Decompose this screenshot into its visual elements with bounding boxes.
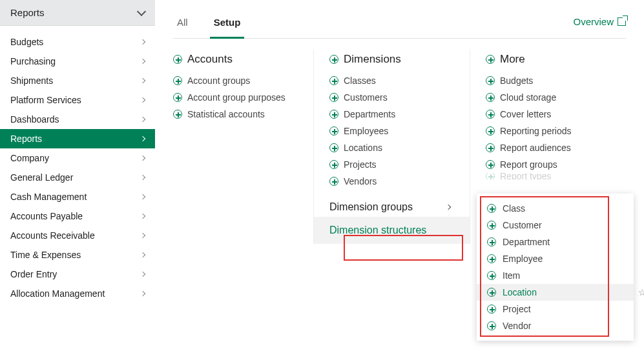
link-item[interactable]: Classes [329,72,457,89]
link-item[interactable]: Customers [329,89,457,106]
col-accounts-title: Accounts [187,53,233,66]
plus-circle-icon [486,93,495,102]
sidebar-item-label: Reports [10,134,42,144]
chevron-right-icon [140,272,145,277]
overview-label: Overview [573,16,614,27]
sidebar-item-label: Purchasing [10,56,56,66]
link-item[interactable]: Budgets [486,72,613,89]
flyout-item[interactable]: Project [477,301,634,317]
sidebar-item-label: Shipments [10,75,53,86]
sidebar-header-label: Reports [10,7,45,18]
link-item-label: Reporting periods [500,126,572,136]
col-dimensions: Dimensions ClassesCustomersDepartmentsEm… [313,49,470,244]
link-item-label: Vendors [344,176,377,186]
link-item[interactable]: Cover letters [486,106,613,123]
sidebar-item[interactable]: Reports [0,129,155,148]
link-item[interactable]: Employees [329,123,457,139]
link-item[interactable]: Report audiences [486,139,613,156]
chevron-right-icon [140,117,145,122]
col-accounts-header[interactable]: Accounts [173,53,300,66]
col-more-title: More [500,53,525,66]
link-item[interactable]: Departments [329,106,457,123]
link-item[interactable]: Reporting periods [486,123,613,139]
plus-circle-icon [487,221,496,230]
sidebar-header[interactable]: Reports [0,0,155,26]
chevron-right-icon [140,214,145,219]
sidebar-item[interactable]: Purchasing [0,52,155,71]
sidebar-item[interactable]: Time & Expenses [0,245,155,265]
sidebar-item-label: General Ledger [10,172,73,183]
link-item-label: Statistical accounts [187,109,265,119]
plus-circle-icon [486,110,495,119]
sidebar-item[interactable]: General Ledger [0,168,155,187]
plus-circle-icon [329,110,338,119]
chevron-right-icon [140,136,145,141]
dimension-structures-row[interactable]: Dimension structures [314,217,470,244]
external-link-icon [618,17,626,26]
link-item-label: Locations [344,143,382,153]
dimension-groups-header[interactable]: Dimension groups [329,201,457,213]
plus-circle-icon [487,305,496,314]
link-item-label: Cloud storage [500,92,556,103]
sidebar-item-label: Accounts Receivable [10,230,95,241]
chevron-right-icon [140,233,145,238]
plus-circle-icon [329,55,338,64]
flyout-item[interactable]: Location☆ [477,284,634,301]
plus-circle-icon [487,254,496,263]
chevron-right-icon [140,175,145,180]
sidebar-item[interactable]: Allocation Management [0,284,155,303]
sidebar: Reports BudgetsPurchasingShipmentsPlatfo… [0,0,155,303]
link-item[interactable]: Cloud storage [486,89,613,106]
plus-circle-icon [487,321,496,330]
plus-circle-icon [487,237,496,246]
flyout-item[interactable]: Item [477,267,634,284]
link-item[interactable]: Statistical accounts [173,106,300,123]
col-dimensions-header[interactable]: Dimensions [329,53,457,66]
sidebar-item-label: Platform Services [10,95,81,105]
link-item-label: Report groups [500,159,557,170]
chevron-right-icon [140,194,145,199]
sidebar-item-label: Company [10,153,49,163]
flyout-item[interactable]: Department [477,234,634,250]
col-more-header[interactable]: More [486,53,613,66]
link-item-label: Departments [344,109,395,119]
star-icon[interactable]: ☆ [638,287,644,297]
flyout-item[interactable]: Customer [477,217,634,234]
plus-circle-icon [486,160,495,169]
link-item[interactable]: Report groups [486,156,613,173]
link-item[interactable]: Account group purposes [173,89,300,106]
flyout-item[interactable]: Class [477,200,634,217]
link-item[interactable]: Account groups [173,72,300,89]
sidebar-item-label: Budgets [10,37,43,47]
sidebar-item-label: Cash Management [10,192,87,202]
sidebar-item[interactable]: Cash Management [0,187,155,206]
sidebar-item[interactable]: Order Entry [0,265,155,284]
col-dimensions-title: Dimensions [344,53,401,66]
sidebar-item-label: Time & Expenses [10,250,81,260]
link-item[interactable]: Locations [329,139,457,156]
tab-all[interactable]: All [173,12,192,38]
sidebar-item[interactable]: Company [0,148,155,168]
overview-link[interactable]: Overview [573,16,626,34]
sidebar-item[interactable]: Dashboards [0,110,155,129]
flyout-item[interactable]: Vendor [477,317,634,334]
sidebar-item[interactable]: Accounts Payable [0,206,155,226]
sidebar-item[interactable]: Accounts Receivable [0,226,155,245]
chevron-right-icon [140,291,145,296]
sidebar-item[interactable]: Shipments [0,71,155,90]
chevron-right-icon [446,205,451,210]
flyout-item[interactable]: Employee [477,250,634,267]
tab-setup[interactable]: Setup [210,12,245,39]
flyout-item-label: Customer [503,220,542,230]
link-item[interactable]: Report types [486,173,613,179]
sidebar-item[interactable]: Platform Services [0,90,155,110]
chevron-right-icon [140,59,145,64]
link-item[interactable]: Vendors [329,173,457,190]
link-item[interactable]: Projects [329,156,457,173]
sidebar-item[interactable]: Budgets [0,32,155,52]
link-item-label: Report types [500,173,551,179]
link-item-label: Account groups [187,75,250,86]
col-accounts: Accounts Account groupsAccount group pur… [173,49,313,244]
dimension-groups-label: Dimension groups [329,201,413,213]
flyout-item-label: Location [503,287,537,297]
